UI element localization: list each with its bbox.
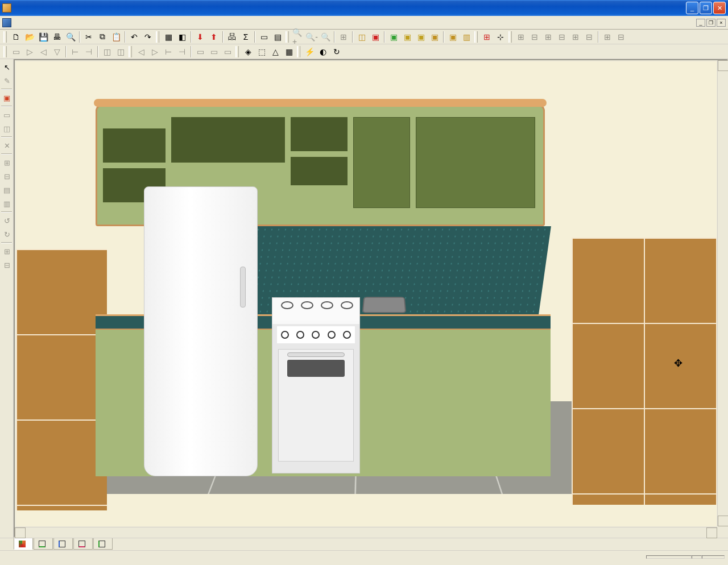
open-icon[interactable]: 📂: [23, 31, 36, 43]
tool-icon[interactable]: ▣: [387, 31, 400, 43]
tool-icon[interactable]: ⊣: [176, 45, 188, 58]
tab-perspective[interactable]: [14, 538, 33, 550]
tool-icon[interactable]: ◫: [101, 45, 113, 58]
tool-icon[interactable]: ◐: [317, 45, 329, 58]
print-icon[interactable]: 🖶: [51, 31, 63, 43]
toolbar-grip[interactable]: [156, 31, 159, 43]
select-icon[interactable]: ↖: [1, 61, 13, 73]
vertical-scrollbar[interactable]: [717, 60, 727, 526]
tool-icon[interactable]: ◫: [114, 45, 127, 58]
toolbar-grip[interactable]: [129, 46, 132, 57]
tab-front[interactable]: [53, 538, 73, 550]
undo-icon[interactable]: ↶: [128, 31, 140, 43]
menu-help[interactable]: [71, 21, 80, 24]
minimize-button[interactable]: _: [686, 2, 698, 14]
tool-icon[interactable]: ⬇: [194, 31, 206, 43]
tool-icon[interactable]: ⊞: [481, 31, 493, 43]
paste-icon[interactable]: 📋: [110, 31, 122, 43]
tool-icon[interactable]: ▣: [415, 31, 427, 43]
menu-edit[interactable]: [25, 21, 34, 24]
tool-icon[interactable]: ⊞: [1, 245, 13, 257]
zoom-fit-icon[interactable]: 🔍: [319, 31, 332, 43]
align-icon[interactable]: ⊟: [528, 31, 541, 43]
tool-icon[interactable]: ▤: [271, 31, 284, 43]
tool-icon[interactable]: ◈: [242, 45, 254, 58]
tool-icon[interactable]: ▭: [221, 45, 234, 58]
mdi-close-button[interactable]: ×: [717, 19, 726, 27]
tool-icon[interactable]: ▣: [1, 92, 13, 104]
toolbar-grip[interactable]: [508, 31, 512, 43]
tool-icon[interactable]: ⊟: [1, 170, 13, 182]
redo-icon[interactable]: ↷: [142, 31, 154, 43]
tool-icon[interactable]: 品: [226, 31, 238, 43]
tool-icon[interactable]: ▭: [208, 45, 220, 58]
toolbar-grip[interactable]: [474, 31, 478, 43]
mdi-minimize-button[interactable]: _: [696, 19, 705, 27]
tool-icon[interactable]: ⊞: [337, 31, 350, 43]
tool-icon[interactable]: ↺: [1, 214, 13, 227]
tool-icon[interactable]: ▣: [428, 31, 441, 43]
tool-icon[interactable]: ▦: [162, 31, 175, 43]
align-icon[interactable]: ⊞: [569, 31, 582, 43]
tool-icon[interactable]: ▭: [194, 45, 206, 58]
tool-icon[interactable]: ▤: [1, 184, 13, 196]
zoom-out-icon[interactable]: 🔍-: [305, 31, 318, 43]
viewport-3d[interactable]: ✥: [16, 61, 717, 526]
tool-icon[interactable]: ⊞: [1, 156, 13, 169]
tool-icon[interactable]: ▣: [401, 31, 413, 43]
tool-icon[interactable]: ◧: [176, 31, 188, 43]
tool-icon[interactable]: ◁: [135, 45, 147, 58]
sum-icon[interactable]: Σ: [239, 31, 252, 43]
zoom-in-icon[interactable]: 🔍+: [292, 31, 304, 43]
menu-project[interactable]: [43, 21, 52, 24]
menu-window[interactable]: [61, 21, 71, 24]
tool-icon[interactable]: ✕: [1, 139, 13, 152]
tool-icon[interactable]: ▥: [1, 197, 13, 210]
align-icon[interactable]: ⊟: [615, 31, 627, 43]
tool-icon[interactable]: ▣: [369, 31, 382, 43]
print-preview-icon[interactable]: 🔍: [64, 31, 77, 43]
mdi-app-icon[interactable]: [2, 18, 11, 27]
tool-icon[interactable]: ⊢: [162, 45, 175, 58]
toolbar-grip[interactable]: [235, 46, 239, 57]
tool-icon[interactable]: ⚡: [303, 45, 316, 58]
tool-icon[interactable]: ↻: [330, 45, 343, 58]
toolbar-grip[interactable]: [3, 46, 7, 57]
mdi-restore-button[interactable]: ❐: [706, 19, 715, 27]
align-icon[interactable]: ⊟: [556, 31, 568, 43]
maximize-button[interactable]: ❐: [700, 2, 712, 14]
tab-plan[interactable]: [34, 538, 53, 550]
tool-icon[interactable]: ⊢: [69, 45, 81, 58]
menu-view[interactable]: [34, 21, 43, 24]
tool-icon[interactable]: ▦: [283, 45, 295, 58]
new-icon[interactable]: 🗋: [10, 31, 22, 43]
menu-file[interactable]: [16, 21, 25, 24]
tool-icon[interactable]: ▭: [258, 31, 270, 43]
tool-icon[interactable]: ▷: [23, 45, 36, 58]
cut-icon[interactable]: ✂: [82, 31, 95, 43]
toolbar-grip[interactable]: [3, 31, 7, 43]
tool-icon[interactable]: △: [269, 45, 282, 58]
menu-service[interactable]: [52, 21, 61, 24]
tab-left[interactable]: [73, 538, 93, 550]
tool-icon[interactable]: ▽: [51, 45, 63, 58]
tab-right[interactable]: [93, 538, 113, 550]
tool-icon[interactable]: ◫: [1, 122, 13, 135]
tool-icon[interactable]: ⬚: [255, 45, 268, 58]
align-icon[interactable]: ⊞: [601, 31, 614, 43]
copy-icon[interactable]: ⧉: [96, 31, 109, 43]
tool-icon[interactable]: ◫: [355, 31, 368, 43]
toolbar-grip[interactable]: [297, 46, 300, 57]
tool-icon[interactable]: ◁: [37, 45, 49, 58]
close-button[interactable]: ✕: [713, 2, 726, 14]
tool-icon[interactable]: ▥: [460, 31, 473, 43]
align-icon[interactable]: ⊞: [542, 31, 555, 43]
align-icon[interactable]: ⊞: [515, 31, 527, 43]
tool-icon[interactable]: ⊣: [82, 45, 95, 58]
tool-icon[interactable]: ▷: [148, 45, 161, 58]
align-icon[interactable]: ⊟: [583, 31, 595, 43]
tool-icon[interactable]: ⬆: [208, 31, 220, 43]
tool-icon[interactable]: ↻: [1, 228, 13, 240]
rect-icon[interactable]: ▭: [1, 109, 13, 121]
save-icon[interactable]: 💾: [37, 31, 49, 43]
